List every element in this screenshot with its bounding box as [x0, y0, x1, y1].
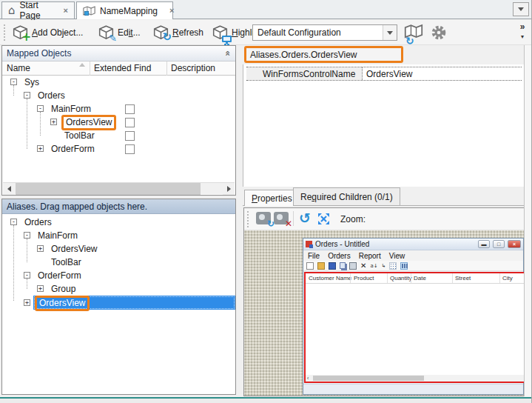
new-file-icon	[306, 262, 314, 270]
vertical-splitter[interactable]	[236, 45, 243, 396]
add-object-button[interactable]: + Add Object...	[10, 22, 85, 43]
update-namemapping-icon[interactable]: ↻	[404, 23, 423, 42]
scroll-left-icon[interactable]	[3, 183, 15, 195]
testcomplete-namemapping-window: ⌂ Start Page × NameMapping × + Add Objec…	[0, 0, 532, 403]
properties-icon	[349, 262, 357, 270]
expander-minus-icon[interactable]	[10, 219, 17, 225]
alias-ordersview-selected[interactable]: OrdersView	[38, 298, 90, 311]
alias-mainform[interactable]: MainForm	[38, 230, 78, 241]
restore-zoom-icon[interactable]: ↺	[299, 210, 311, 226]
tab-namemapping[interactable]: NameMapping ×	[76, 1, 173, 19]
expander-plus-icon[interactable]	[37, 245, 44, 252]
col-street: Street	[455, 275, 471, 282]
tree-item-sys[interactable]: Sys	[24, 77, 39, 87]
preview-toolbar: ↻ ✕ ↺ Zoom:	[244, 208, 525, 230]
mapped-columns-header[interactable]: Name Extended Find Description	[2, 61, 235, 76]
tree-item-orderform[interactable]: OrderForm	[51, 144, 95, 154]
gear-icon[interactable]	[431, 24, 447, 41]
column-extended-find[interactable]: Extended Find	[94, 63, 151, 73]
expander-minus-icon[interactable]	[37, 105, 44, 112]
fit-to-window-icon[interactable]	[317, 212, 331, 228]
overflow-more-icon: ▾	[516, 33, 529, 40]
properties-tab-strip: Properties Required Children (0/1)	[243, 187, 524, 206]
tree-item-mainform[interactable]: MainForm	[51, 104, 91, 114]
configuration-value: Default Configuration	[253, 27, 383, 38]
col-city: City	[502, 275, 513, 282]
toolbar-overflow[interactable]: » ▾	[516, 21, 529, 40]
chevron-down-icon[interactable]	[383, 25, 397, 40]
captured-window: Orders - Untitled ▬ □ × File Orders Repo…	[303, 238, 524, 395]
tab-start-page[interactable]: ⌂ Start Page ×	[1, 1, 75, 19]
collapse-panel-icon[interactable]: «	[223, 50, 233, 56]
scroll-right-icon[interactable]	[223, 183, 235, 195]
alias-ordersview[interactable]: OrdersView	[51, 244, 97, 254]
tab-namemapping-label: NameMapping	[100, 6, 158, 16]
extended-find-checkbox[interactable]	[125, 104, 135, 114]
col-quantity: Quantity	[390, 275, 412, 282]
tree-item-ordersview[interactable]: OrdersView	[64, 117, 116, 130]
statusbar	[0, 397, 532, 403]
indent-icon: ↳	[382, 262, 386, 270]
expander-plus-icon[interactable]	[37, 285, 44, 292]
overflow-icon: »	[516, 21, 529, 32]
menu-report: Report	[359, 252, 381, 260]
edit-button[interactable]: ✎ Edit...	[95, 22, 143, 43]
listview-hscrollbar: ‹	[306, 375, 525, 382]
property-value[interactable]: OrdersView	[362, 67, 522, 80]
sort-ascending-icon	[79, 63, 85, 67]
alias-group[interactable]: Group	[51, 284, 75, 294]
expander-plus-icon[interactable]	[50, 119, 57, 125]
cube-highlight-icon	[212, 24, 229, 41]
edit-label: Edit...	[118, 27, 141, 38]
aliases-header: Aliases. Drag mapped objects here.	[2, 199, 235, 214]
update-image-icon[interactable]: ↻	[256, 212, 271, 224]
captured-window-bottom-strip	[303, 384, 523, 394]
captured-window-titlebar: Orders - Untitled ▬ □ ×	[303, 239, 523, 250]
toolbar-grip[interactable]	[247, 211, 249, 227]
tab-required-children[interactable]: Required Children (0/1)	[293, 187, 400, 206]
expander-minus-icon[interactable]	[24, 232, 30, 239]
expander-minus-icon[interactable]	[24, 272, 30, 279]
aliases-title: Aliases. Drag mapped objects here.	[7, 202, 147, 212]
monitor-icon	[222, 36, 232, 42]
alias-orders[interactable]: Orders	[24, 217, 52, 227]
alias-toolbar[interactable]: ToolBar	[51, 257, 81, 267]
cube-edit-icon: ✎	[98, 24, 115, 41]
tab-properties[interactable]: Properties	[244, 190, 300, 206]
ordersview-highlight-box: OrdersView	[61, 115, 116, 130]
tab-list-dropdown-button[interactable]	[513, 2, 529, 16]
extended-find-checkbox[interactable]	[125, 144, 135, 154]
chevron-down-icon	[518, 7, 524, 11]
close-icon[interactable]: ×	[169, 7, 174, 15]
tree-item-toolbar[interactable]: ToolBar	[64, 130, 95, 141]
scrollbar-thumb[interactable]	[16, 183, 201, 195]
expander-minus-icon[interactable]	[24, 92, 30, 99]
extended-find-checkbox[interactable]	[125, 131, 135, 141]
open-folder-icon	[317, 262, 325, 270]
aliases-panel: Aliases. Drag mapped objects here. Order…	[1, 199, 236, 395]
namemapping-icon	[83, 5, 95, 16]
column-name[interactable]: Name	[7, 63, 30, 73]
alias-orderform[interactable]: OrderForm	[38, 270, 81, 281]
ordersview-highlight-box: OrdersView	[35, 296, 90, 311]
delete-image-icon[interactable]: ✕	[274, 212, 289, 224]
expander-minus-icon[interactable]	[10, 79, 17, 85]
highlighted-object-outline: Customer Name Product Quantity Date Stre…	[304, 272, 525, 383]
expander-plus-icon[interactable]	[24, 299, 30, 306]
menu-view: View	[389, 252, 405, 260]
aliases-tree: Orders MainForm OrdersView ToolBar Order…	[2, 214, 235, 394]
selected-object-header: Aliases.Orders.OrdersView	[243, 45, 524, 64]
close-icon[interactable]: ×	[64, 7, 68, 15]
maximize-icon: □	[493, 240, 505, 248]
close-icon: ×	[508, 240, 521, 248]
configuration-dropdown[interactable]: Default Configuration	[252, 24, 397, 41]
expander-plus-icon[interactable]	[37, 145, 44, 152]
cube-add-icon: +	[12, 24, 29, 41]
mapped-horizontal-scrollbar[interactable]	[3, 182, 235, 194]
tree-item-orders[interactable]: Orders	[38, 90, 65, 101]
extended-find-checkbox[interactable]	[125, 118, 135, 127]
toolbar-grip[interactable]	[4, 24, 6, 41]
property-row[interactable]: WinFormsControlName OrdersView	[246, 67, 522, 81]
column-description[interactable]: Description	[171, 63, 215, 73]
refresh-button[interactable]: ↻ Refresh	[150, 22, 206, 43]
